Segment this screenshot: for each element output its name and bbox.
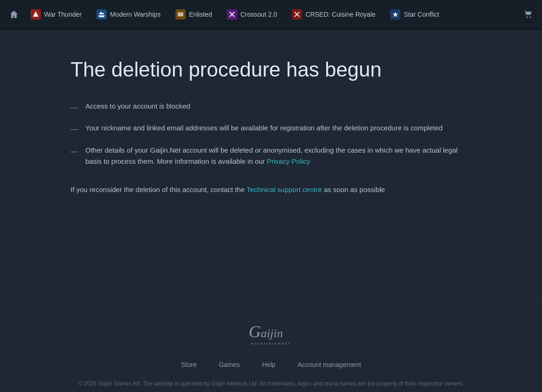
nav-game-modern-warships[interactable]: Modern Warships [90,6,167,23]
bullet-dash-1: — [71,102,78,114]
enlisted-icon [175,9,186,19]
gaijin-logo: G aijin entertainment [243,318,299,348]
footer-nav-store[interactable]: Store [181,361,196,368]
nav-game-label: CRSED: Cuisine Royale [305,11,375,18]
main-content: The deletion procedure has begun — Acces… [0,30,542,299]
page-title: The deletion procedure has begun [71,58,471,82]
bullet-dash-3: — [71,146,78,158]
svg-rect-3 [178,13,183,13]
footer: G aijin entertainment Store Games Help A… [0,299,542,392]
svg-text:aijin: aijin [261,327,283,340]
footer-nav-account[interactable]: Account management [298,361,361,368]
cart-button[interactable] [518,4,538,25]
crsed-icon [292,9,302,19]
nav-game-war-thunder[interactable]: War Thunder [24,6,88,23]
svg-marker-0 [33,11,39,17]
crossout-icon [227,9,237,19]
svg-point-11 [527,17,528,18]
nav-game-label: Modern Warships [110,11,161,18]
game-nav-list: War Thunder Modern Warships [24,6,518,23]
footer-nav: Store Games Help Account management [0,361,542,368]
nav-game-crossout[interactable]: Crossout 2.0 [220,6,284,23]
modern-warships-icon [97,9,107,19]
top-navigation: War Thunder Modern Warships [0,0,542,30]
nav-game-star-conflict[interactable]: Star Conflict [384,6,445,23]
svg-text:entertainment: entertainment [252,341,291,346]
svg-point-12 [530,17,531,18]
support-centre-link[interactable]: Technical support centre [246,186,322,193]
list-item-2: — Your nickname and linked email address… [71,122,471,135]
nav-game-label: Enlisted [189,11,212,18]
svg-text:G: G [249,322,261,341]
nav-game-label: War Thunder [44,11,82,18]
star-conflict-icon [390,9,400,19]
footer-copyright: © 2024 Gaijin Games Kft. The website is … [0,379,542,388]
svg-rect-4 [178,14,183,15]
bullet-text-1: Access to your account is blocked [85,101,190,112]
war-thunder-icon [31,9,41,19]
nav-game-crsed[interactable]: CRSED: Cuisine Royale [285,6,382,23]
info-list: — Access to your account is blocked — Yo… [71,101,471,167]
svg-marker-10 [393,12,398,17]
footer-logo: G aijin entertainment [0,318,542,350]
svg-rect-2 [100,12,102,13]
reconsider-paragraph: If you reconsider the deletion of this a… [71,186,471,193]
bullet-text-3: Other details of your Gaijin.Net account… [85,145,471,167]
footer-nav-games[interactable]: Games [219,361,240,368]
nav-game-label: Crossout 2.0 [240,11,277,18]
svg-rect-5 [178,15,183,16]
footer-nav-help[interactable]: Help [262,361,276,368]
home-button[interactable] [4,4,24,25]
privacy-policy-link[interactable]: Privacy Policy [267,157,310,165]
nav-game-label: Star Conflict [404,11,439,18]
list-item-3: — Other details of your Gaijin.Net accou… [71,145,471,167]
bullet-text-2: Your nickname and linked email addresses… [85,122,443,134]
list-item-1: — Access to your account is blocked [71,101,471,114]
bullet-dash-2: — [71,123,78,135]
nav-game-enlisted[interactable]: Enlisted [169,6,219,23]
